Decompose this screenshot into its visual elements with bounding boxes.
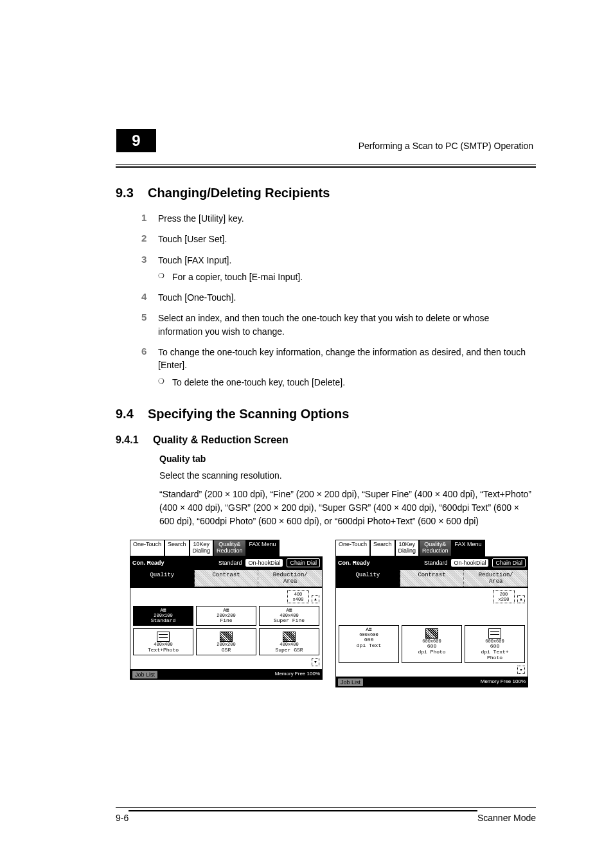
section-9-3-title: 9.3Changing/Deleting Recipients bbox=[116, 186, 536, 200]
tab-one-touch[interactable]: One-Touch bbox=[335, 540, 370, 556]
chain-dial-button[interactable]: Chain Dial bbox=[492, 558, 526, 567]
step-text: Touch [User Set]. bbox=[158, 233, 227, 245]
step-text: Select an index, and then touch the one-… bbox=[158, 312, 536, 338]
status-mode: Standard bbox=[218, 560, 242, 566]
subtab-reduction-area[interactable]: Reduction/ Area bbox=[464, 570, 528, 587]
on-hook-dial-button[interactable]: On-hookDial bbox=[451, 559, 488, 567]
step-number: 3 bbox=[141, 254, 158, 284]
status-ready: Con. Ready bbox=[338, 560, 370, 566]
status-mode: Standard bbox=[424, 560, 448, 566]
quality-super-gsr-button[interactable]: 400x400Super GSR bbox=[259, 628, 319, 655]
chain-dial-button[interactable]: Chain Dial bbox=[287, 558, 320, 567]
doc-icon: A≣ bbox=[223, 607, 229, 613]
scroll-up-icon[interactable]: ▴ bbox=[312, 595, 319, 603]
page-header: 9 Performing a Scan to PC (SMTP) Operati… bbox=[116, 128, 536, 153]
section-9-4-title: 9.4Specifying the Scanning Options bbox=[116, 407, 536, 421]
photo-text-icon bbox=[488, 628, 501, 639]
quality-super-fine-button[interactable]: A≣400x400Super Fine bbox=[259, 606, 319, 626]
tab-quality-reduction[interactable]: Quality& Reduction bbox=[419, 540, 452, 556]
memory-status: Memory Free 100% bbox=[275, 671, 320, 678]
chapter-number: 9 bbox=[116, 129, 156, 152]
job-list-button[interactable]: Job List bbox=[132, 671, 157, 678]
ratio-indicator: 400 x400 bbox=[287, 590, 309, 603]
resolutions-paragraph: “Standard” (200 × 100 dpi), “Fine” (200 … bbox=[159, 488, 536, 528]
photo-text-icon bbox=[157, 632, 170, 642]
doc-icon: A≣ bbox=[286, 607, 292, 613]
quality-tab-heading: Quality tab bbox=[159, 454, 536, 464]
bullet-icon: ❍ bbox=[158, 376, 172, 389]
step-text: Press the [Utility] key. bbox=[158, 212, 244, 225]
step-text: To change the one-touch key information,… bbox=[158, 346, 536, 389]
tab-fax-menu[interactable]: FAX Menu bbox=[246, 540, 280, 556]
sub-step-text: To delete the one-touch key, touch [Dele… bbox=[172, 376, 345, 389]
bullet-icon: ❍ bbox=[158, 270, 172, 283]
running-head: Performing a Scan to PC (SMTP) Operation bbox=[157, 128, 536, 153]
quality-600-photo-button[interactable]: 600x600600 dpi Photo bbox=[402, 625, 462, 663]
step-number: 5 bbox=[141, 312, 158, 338]
step-number: 1 bbox=[141, 212, 158, 225]
subtab-quality[interactable]: Quality bbox=[336, 570, 400, 587]
tab-search[interactable]: Search bbox=[164, 540, 190, 556]
doc-icon: A≣ bbox=[160, 607, 166, 613]
tab-search[interactable]: Search bbox=[370, 540, 395, 556]
quality-text-photo-button[interactable]: 400x400Text+Photo bbox=[133, 628, 193, 655]
tab-quality-reduction[interactable]: Quality& Reduction bbox=[213, 540, 246, 556]
page-number: 9-6 bbox=[116, 809, 129, 823]
scroll-up-icon[interactable]: ▴ bbox=[517, 595, 525, 603]
tab-10key-dialing[interactable]: 10Key Dialing bbox=[395, 540, 420, 556]
subtab-contrast[interactable]: Contrast bbox=[195, 570, 259, 587]
scroll-down-icon[interactable]: ▾ bbox=[312, 658, 319, 666]
scroll-down-icon[interactable]: ▾ bbox=[517, 666, 525, 674]
on-hook-dial-button[interactable]: On-hookDial bbox=[245, 559, 283, 567]
page-footer: 9-6 Scanner Mode bbox=[116, 807, 536, 823]
subtab-quality[interactable]: Quality bbox=[130, 570, 195, 587]
quality-600-text-photo-button[interactable]: 600x600600 dpi Text+ Photo bbox=[465, 625, 525, 663]
subsection-9-4-1-title: 9.4.1Quality & Reduction Screen bbox=[116, 434, 536, 446]
quality-600-text-button[interactable]: A≣600x600600 dpi Text bbox=[339, 625, 399, 663]
status-ready: Con. Ready bbox=[132, 560, 164, 566]
photo-icon bbox=[220, 632, 233, 642]
ratio-indicator: 200 x200 bbox=[493, 590, 515, 603]
photo-icon bbox=[283, 632, 296, 642]
lcd-screen-page2: One-Touch Search 10Key Dialing Quality& … bbox=[335, 540, 528, 687]
quality-gsr-button[interactable]: 200x200GSR bbox=[196, 628, 256, 655]
sub-step-text: For a copier, touch [E-mai Input]. bbox=[172, 270, 303, 283]
lcd-screen-page1: One-Touch Search 10Key Dialing Quality& … bbox=[130, 540, 323, 687]
doc-icon: A≣ bbox=[366, 626, 372, 632]
photo-icon bbox=[425, 628, 438, 639]
memory-status: Memory Free 100% bbox=[481, 678, 526, 686]
step-number: 6 bbox=[141, 346, 158, 389]
tab-10key-dialing[interactable]: 10Key Dialing bbox=[190, 540, 214, 556]
quality-standard-button[interactable]: A≣200x100Standard bbox=[133, 606, 193, 626]
doc-title: Scanner Mode bbox=[477, 809, 536, 823]
step-number: 4 bbox=[141, 291, 158, 304]
quality-fine-button[interactable]: A≣200x200Fine bbox=[196, 606, 256, 626]
subtab-contrast[interactable]: Contrast bbox=[400, 570, 465, 587]
subtab-reduction-area[interactable]: Reduction/ Area bbox=[258, 570, 322, 587]
steps-list-9-3: 1Press the [Utility] key. 2Touch [User S… bbox=[141, 212, 536, 389]
lcd-screenshots: One-Touch Search 10Key Dialing Quality& … bbox=[130, 540, 536, 687]
tab-fax-menu[interactable]: FAX Menu bbox=[452, 540, 485, 556]
step-text: Touch [FAX Input]. ❍For a copier, touch … bbox=[158, 254, 303, 284]
step-text: Touch [One-Touch]. bbox=[158, 291, 236, 304]
job-list-button[interactable]: Job List bbox=[338, 678, 363, 686]
step-number: 2 bbox=[141, 233, 158, 245]
intro-paragraph: Select the scanning resolution. bbox=[159, 469, 536, 483]
tab-one-touch[interactable]: One-Touch bbox=[130, 540, 164, 556]
